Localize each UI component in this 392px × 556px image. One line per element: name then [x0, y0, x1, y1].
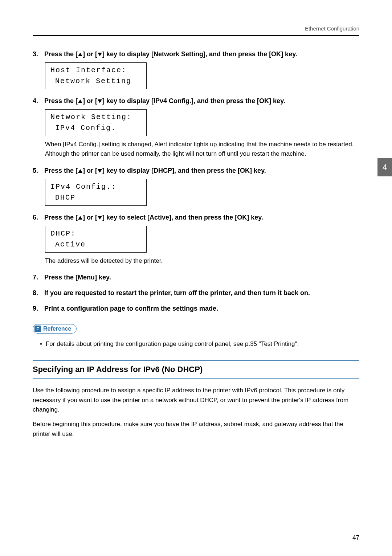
step-5-text: Press the [] or [] key to display [DHCP]… [44, 167, 266, 175]
step-6-text: Press the [] or [] key to select [Active… [44, 214, 263, 221]
chapter-tab: 4 [377, 158, 392, 176]
section-para-2: Before beginning this procedure, make su… [33, 420, 359, 439]
section-ipv6: Specifying an IP Address for IPv6 (No DH… [33, 360, 359, 439]
step-3-text: Press the [] or [] key to display [Netwo… [44, 50, 297, 58]
header-rule [33, 35, 359, 36]
lcd-display-5: IPv4 Config.: DHCP [45, 179, 147, 206]
step-number: 9. [33, 305, 44, 312]
reference-label: Reference [43, 326, 71, 332]
step-5: 5. Press the [] or [] key to display [DH… [33, 167, 359, 175]
reference-text: For details about printing the configura… [46, 339, 299, 349]
bullet-icon: • [40, 339, 42, 349]
down-arrow-icon [98, 169, 102, 173]
txt: ] or [ [83, 167, 97, 174]
txt: ] or [ [83, 214, 97, 221]
step-8-text: If you are requested to restart the prin… [44, 289, 310, 297]
txt: ] or [ [83, 50, 97, 58]
lcd-line1: IPv4 Config.: [50, 181, 141, 192]
step-number: 6. [33, 214, 44, 221]
section-para-1: Use the following procedure to assign a … [33, 386, 359, 414]
step-4: 4. Press the [] or [] key to display [IP… [33, 97, 359, 105]
step-6-note: The address will be detected by the prin… [45, 256, 359, 266]
section-bottom-rule [33, 378, 359, 379]
up-arrow-icon [78, 216, 82, 220]
lcd-line2: Network Setting [55, 76, 141, 87]
step-number: 8. [33, 289, 44, 297]
up-arrow-icon [78, 99, 82, 103]
reference-icon: E [34, 326, 41, 332]
lcd-line2: IPv4 Config. [55, 123, 141, 134]
txt: ] key to display [IPv4 Config.], and the… [102, 97, 285, 105]
step-8: 8. If you are requested to restart the p… [33, 289, 359, 297]
lcd-line1: Network Setting: [50, 112, 141, 123]
step-6: 6. Press the [] or [] key to select [Act… [33, 214, 359, 221]
txt: Press the [ [44, 167, 78, 174]
lcd-line1: Host Interface: [50, 65, 141, 76]
lcd-line2: Active [55, 239, 141, 250]
section-title: Specifying an IP Address for IPv6 (No DH… [33, 365, 359, 374]
lcd-display-3: Host Interface: Network Setting [45, 62, 147, 89]
step-number: 7. [33, 274, 44, 281]
lcd-line2: DHCP [55, 192, 141, 203]
step-number: 3. [33, 50, 44, 58]
reference-bullet: • For details about printing the configu… [40, 339, 359, 349]
txt: Press the [ [44, 97, 78, 105]
step-number: 5. [33, 167, 44, 175]
lcd-display-4: Network Setting: IPv4 Config. [45, 109, 147, 136]
step-9-text: Print a configuration page to confirm th… [44, 305, 218, 312]
txt: Press the [ [44, 50, 78, 58]
section-top-rule [33, 360, 359, 361]
up-arrow-icon [78, 53, 82, 56]
lcd-line1: DHCP: [50, 228, 141, 239]
step-7-text: Press the [Menu] key. [44, 274, 111, 281]
step-number: 4. [33, 97, 44, 105]
txt: ] or [ [83, 97, 97, 105]
down-arrow-icon [98, 216, 102, 220]
page-number: 47 [352, 534, 359, 541]
down-arrow-icon [98, 99, 102, 103]
step-3: 3. Press the [] or [] key to display [Ne… [33, 50, 359, 58]
down-arrow-icon [98, 53, 102, 56]
step-7: 7. Press the [Menu] key. [33, 274, 359, 281]
txt: ] key to select [Active], and then press… [102, 214, 263, 221]
step-4-note: When [IPv4 Config.] setting is changed, … [45, 140, 359, 159]
txt: Press the [ [44, 214, 78, 221]
txt: ] key to display [DHCP], and then press … [102, 167, 266, 174]
reference-badge: E Reference [33, 324, 77, 334]
header-right: Ethernet Configuration [33, 25, 359, 32]
step-4-text: Press the [] or [] key to display [IPv4 … [44, 97, 285, 105]
step-9: 9. Print a configuration page to confirm… [33, 305, 359, 312]
lcd-display-6: DHCP: Active [45, 226, 147, 253]
up-arrow-icon [78, 169, 82, 173]
txt: ] key to display [Network Setting], and … [102, 50, 297, 58]
